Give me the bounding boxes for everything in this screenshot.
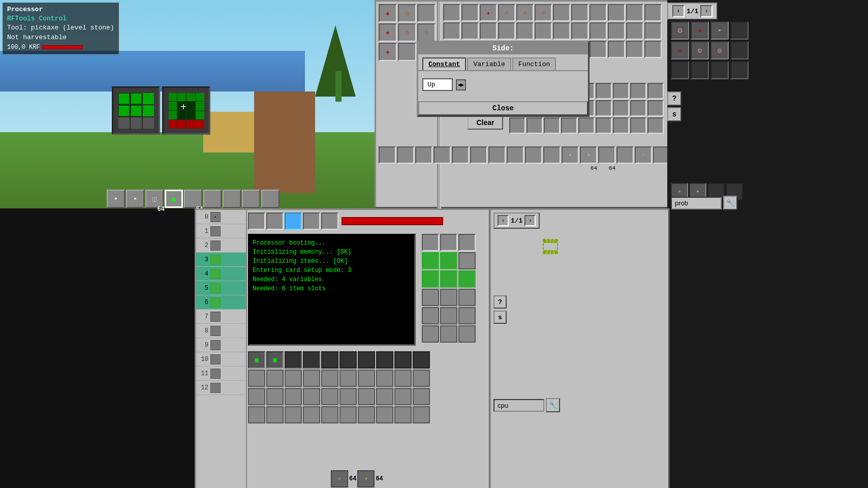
- main-grid-slot-item2[interactable]: ⚙: [498, 4, 515, 21]
- card-slot-empty[interactable]: [394, 388, 412, 405]
- hotbar-slot-7[interactable]: [223, 190, 241, 208]
- card-slot-empty[interactable]: [321, 406, 338, 423]
- proc-prev-btn[interactable]: ‹: [498, 215, 509, 226]
- lsc-slot[interactable]: [647, 83, 664, 99]
- card-slot-empty[interactable]: [413, 406, 430, 423]
- prog-icon-9[interactable]: [210, 340, 221, 350]
- right-slot[interactable]: [458, 289, 476, 306]
- card-slot-empty[interactable]: [321, 370, 338, 387]
- card-slot-empty[interactable]: [248, 370, 265, 387]
- card-slot-empty[interactable]: [376, 388, 393, 405]
- search-wrench-btn[interactable]: 🔧: [723, 196, 737, 210]
- card-slot-item[interactable]: ▦: [248, 351, 265, 369]
- fr-slot-item[interactable]: ⚙: [691, 41, 709, 59]
- cpu-search-input[interactable]: [493, 399, 544, 412]
- lsc-slot[interactable]: [630, 83, 646, 99]
- bottom-slot[interactable]: [543, 146, 561, 164]
- main-grid-slot[interactable]: [480, 22, 497, 40]
- card-slot-empty[interactable]: [285, 370, 302, 387]
- lsc-slot[interactable]: [526, 117, 543, 134]
- bottom-slot[interactable]: [452, 146, 469, 164]
- right-slot[interactable]: [458, 234, 476, 251]
- side-dropdown-value[interactable]: Up: [422, 78, 453, 91]
- main-grid-slot-item3[interactable]: ⚙: [516, 4, 534, 21]
- right-slot-green[interactable]: [440, 252, 457, 269]
- fr-slot-empty[interactable]: [691, 61, 709, 79]
- main-grid-slot[interactable]: [626, 41, 643, 58]
- right-slot-green[interactable]: [422, 252, 439, 269]
- proc-s-btn[interactable]: s: [493, 311, 507, 324]
- hotbar-slot-8[interactable]: [242, 190, 260, 208]
- card-slot-empty[interactable]: [339, 406, 357, 423]
- side-tab-variable[interactable]: Variable: [467, 57, 511, 70]
- main-grid-slot[interactable]: [553, 4, 570, 21]
- main-grid-slot[interactable]: [644, 41, 662, 58]
- right-slot[interactable]: [440, 289, 457, 306]
- hotbar-slot-1[interactable]: ▪: [107, 190, 125, 208]
- card-slot-empty[interactable]: [358, 351, 375, 369]
- card-slot-empty[interactable]: [285, 388, 302, 405]
- right-slot[interactable]: [458, 307, 476, 324]
- main-grid-slot-item4[interactable]: ⚙: [535, 4, 552, 21]
- card-slot-empty[interactable]: [358, 388, 375, 405]
- card-slot-empty[interactable]: [358, 406, 375, 423]
- fr-slot-empty[interactable]: [710, 61, 729, 79]
- card-slot-empty[interactable]: [358, 370, 375, 387]
- main-grid-slot[interactable]: [608, 22, 625, 40]
- prog-icon-1[interactable]: [210, 226, 221, 236]
- hotbar-slot-5[interactable]: [184, 190, 202, 208]
- prog-icon-5[interactable]: [210, 283, 221, 293]
- proc-top-slot[interactable]: [248, 212, 265, 230]
- bottom-slot[interactable]: [415, 146, 432, 164]
- card-slot-empty[interactable]: [303, 388, 320, 405]
- hotbar-slot-6[interactable]: [203, 190, 222, 208]
- main-grid-slot[interactable]: [608, 4, 625, 21]
- bottom-slot-item[interactable]: ▪: [562, 146, 579, 164]
- prog-icon-7[interactable]: [210, 312, 221, 322]
- bottom-slot[interactable]: [397, 146, 414, 164]
- card-slot-empty[interactable]: [394, 351, 412, 369]
- card-slot-empty[interactable]: [248, 388, 265, 405]
- bottom-slot[interactable]: [470, 146, 487, 164]
- card-slot-empty[interactable]: [339, 370, 357, 387]
- card-slot-empty[interactable]: [413, 388, 430, 405]
- card-slot-0-1[interactable]: ⚙: [398, 4, 416, 22]
- proc-next-btn[interactable]: ›: [524, 215, 536, 226]
- bottom-slot[interactable]: [507, 146, 524, 164]
- question-btn[interactable]: ?: [667, 92, 681, 106]
- side-tab-constant[interactable]: Constant: [422, 57, 466, 70]
- fr-slot-item[interactable]: ⚙: [671, 21, 689, 40]
- fr-slot-empty[interactable]: [730, 41, 749, 59]
- bottom-slot[interactable]: [616, 146, 634, 164]
- lsc-slot[interactable]: [596, 83, 612, 99]
- bottom-slot[interactable]: [598, 146, 615, 164]
- right-slot[interactable]: [422, 289, 439, 306]
- prog-icon-12[interactable]: [210, 383, 221, 393]
- close-button[interactable]: Close: [418, 101, 588, 115]
- lsc-slot[interactable]: [613, 117, 629, 134]
- main-grid-slot[interactable]: [571, 22, 588, 40]
- card-slot-empty[interactable]: [303, 406, 320, 423]
- card-slot-empty[interactable]: [321, 388, 338, 405]
- lsc-slot[interactable]: [509, 117, 525, 134]
- lsc-slot[interactable]: [544, 117, 560, 134]
- right-slot[interactable]: [440, 307, 457, 324]
- main-grid-slot[interactable]: [461, 4, 479, 21]
- lsc-slot[interactable]: [578, 117, 595, 134]
- hotbar-slot-9[interactable]: [261, 190, 280, 208]
- card-slot-empty[interactable]: [339, 388, 357, 405]
- main-grid-slot[interactable]: [461, 22, 479, 40]
- main-grid-slot[interactable]: [516, 22, 534, 40]
- pbb-slot-1[interactable]: ▪: [331, 470, 348, 487]
- proc-top-slot[interactable]: [303, 212, 320, 230]
- lsc-slot[interactable]: [613, 83, 629, 99]
- hotbar-slot-2[interactable]: ▪: [126, 190, 144, 208]
- fr-slot-item[interactable]: ✦: [671, 41, 689, 59]
- main-grid-slot-item1[interactable]: ✦: [480, 4, 497, 21]
- lsc-slot[interactable]: [596, 100, 612, 116]
- card-slot-empty[interactable]: [248, 406, 265, 423]
- proc-top-slot[interactable]: [266, 212, 284, 230]
- right-slot[interactable]: [440, 234, 457, 251]
- right-slot[interactable]: [422, 325, 439, 343]
- prog-icon-11[interactable]: [210, 369, 221, 379]
